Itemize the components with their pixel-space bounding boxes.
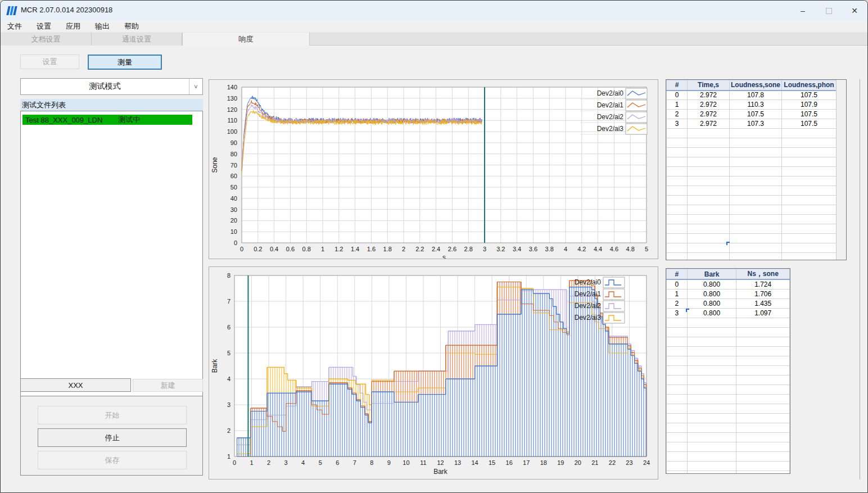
table-cell[interactable] [667,471,688,474]
table-cell[interactable] [667,196,688,205]
table-cell[interactable] [688,167,730,177]
table-cell[interactable] [687,442,736,451]
table-cell[interactable] [687,327,736,337]
xxx-button[interactable]: XXX [20,378,131,392]
table-row[interactable] [667,318,790,327]
table-row[interactable]: 32.972107.3107.5 [667,119,837,129]
table-row[interactable]: 12.972110.3107.9 [667,100,837,110]
col-header[interactable]: Ns，sone [736,269,790,280]
stop-button[interactable]: 停止 [38,428,187,447]
table-cell[interactable] [687,423,736,432]
table-row[interactable] [667,423,790,432]
start-button[interactable]: 开始 [38,406,187,424]
table-cell[interactable] [730,177,782,186]
table-cell[interactable] [688,253,730,261]
table-cell[interactable]: 1.706 [736,289,790,298]
col-header[interactable]: # [667,269,688,280]
table-cell[interactable]: 0.800 [687,308,736,318]
table-cell[interactable] [667,157,688,167]
table-cell[interactable]: 1 [667,289,688,298]
col-header[interactable]: Loudness,sone [730,80,782,91]
table-cell[interactable] [782,196,837,205]
table-row[interactable] [667,394,790,404]
table-cell[interactable] [736,365,790,375]
table-cell[interactable] [730,167,782,177]
table-cell[interactable]: 1.097 [736,308,790,318]
table-row[interactable]: 02.972107.8107.5 [667,91,837,100]
table-cell[interactable] [782,253,837,261]
table-cell[interactable] [687,318,736,327]
table-cell[interactable] [736,385,790,394]
table-cell[interactable] [667,224,688,234]
table-cell[interactable] [730,253,782,261]
col-header[interactable]: Bark [687,269,736,280]
table-cell[interactable] [688,177,730,186]
table-row[interactable]: 20.8001.435 [667,298,790,308]
table-cell[interactable] [736,413,790,423]
table-row[interactable] [667,186,837,196]
table-cell[interactable]: 3 [667,119,688,129]
table-cell[interactable]: 2.972 [688,91,730,100]
bark-spectrum-chart[interactable]: 0123456789101112131415161718192021222324… [209,266,658,480]
table-cell[interactable] [667,177,688,186]
table-cell[interactable]: 0.800 [687,289,736,298]
table-cell[interactable] [687,375,736,385]
table-cell[interactable] [667,404,688,413]
table-row[interactable] [667,442,790,451]
table-row[interactable] [667,129,837,138]
table-cell[interactable] [730,243,782,253]
table-row[interactable] [667,327,790,337]
table-cell[interactable] [688,129,730,138]
test-file-item[interactable]: Test 88_XXX_009_LDN 测试中 [22,115,192,125]
table-cell[interactable]: 2.972 [688,119,730,129]
table-row[interactable] [667,253,837,261]
table-cell[interactable]: 107.5 [782,119,837,129]
table-cell[interactable] [736,327,790,337]
table-cell[interactable] [782,224,837,234]
table-row[interactable] [667,138,837,148]
table-cell[interactable] [730,205,782,215]
table-cell[interactable] [736,375,790,385]
table-cell[interactable] [667,337,688,346]
table-cell[interactable] [782,157,837,167]
table-row[interactable] [667,167,837,177]
table-row[interactable] [667,196,837,205]
table-cell[interactable] [667,375,688,385]
table-cell[interactable] [782,138,837,148]
table-cell[interactable] [736,451,790,461]
col-header[interactable]: Time,s [688,80,730,91]
table-cell[interactable]: 1.435 [736,298,790,308]
table-row[interactable]: 00.8001.724 [667,279,790,289]
table-cell[interactable]: 1.724 [736,279,790,289]
table-cell[interactable]: 107.3 [730,119,782,129]
table-cell[interactable] [667,423,688,432]
table-cell[interactable] [782,186,837,196]
table-cell[interactable] [782,243,837,253]
table-cell[interactable] [687,346,736,356]
table-row[interactable] [667,157,837,167]
table-row[interactable] [667,375,790,385]
loudness-time-chart[interactable]: 00.20.40.60.811.21.41.61.822.22.42.62.83… [209,79,658,259]
table-cell[interactable] [730,186,782,196]
loudness-table[interactable]: #Time,sLoudness,soneLoudness,phon02.9721… [666,79,847,260]
table-cell[interactable] [687,461,736,471]
table-cell[interactable] [736,404,790,413]
table-cell[interactable] [736,461,790,471]
table-row[interactable] [667,385,790,394]
table-cell[interactable]: 0 [667,91,688,100]
table-cell[interactable] [736,346,790,356]
table-cell[interactable]: 107.5 [782,91,837,100]
table-cell[interactable] [782,234,837,243]
menu-item-文件[interactable]: 文件 [1,20,29,33]
table-cell[interactable] [736,471,790,474]
table-row[interactable] [667,243,837,253]
table-row[interactable] [667,365,790,375]
table-cell[interactable] [687,337,736,346]
table-cell[interactable] [736,356,790,365]
table-cell[interactable] [730,148,782,157]
table-cell[interactable] [688,138,730,148]
table-cell[interactable]: 2 [667,110,688,119]
table-cell[interactable] [730,234,782,243]
table-cell[interactable] [667,461,688,471]
menu-item-帮助[interactable]: 帮助 [117,20,146,33]
